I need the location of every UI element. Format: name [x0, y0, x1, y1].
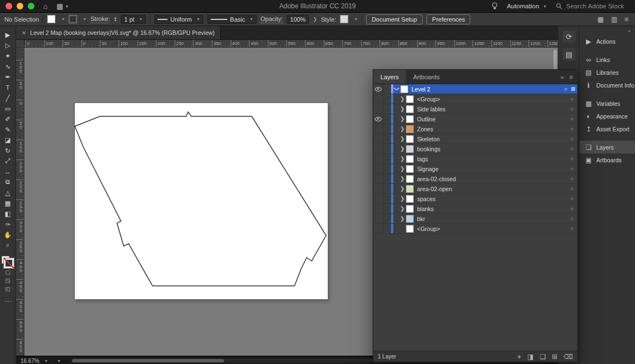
layer-target-icon[interactable]: ○: [566, 166, 577, 172]
opacity-options-chevron[interactable]: ❯: [313, 17, 317, 22]
layer-lock-toggle[interactable]: [383, 134, 391, 143]
search-input[interactable]: [565, 2, 629, 10]
layer-visibility-toggle[interactable]: [373, 124, 383, 134]
layer-row[interactable]: ❯Level 2○: [373, 84, 577, 94]
chevron-down-icon[interactable]: ▼: [61, 17, 65, 21]
stock-search[interactable]: [556, 2, 629, 10]
layer-target-icon[interactable]: ○: [566, 136, 577, 142]
layer-visibility-toggle[interactable]: [373, 204, 383, 213]
layer-target-icon[interactable]: ○: [566, 225, 577, 232]
layer-lock-toggle[interactable]: [383, 94, 391, 104]
workspace-switcher[interactable]: Automation ▼: [507, 3, 547, 9]
apps-grid-icon[interactable]: ▦▼: [57, 2, 69, 11]
artboard[interactable]: [75, 103, 328, 299]
perspective-grid-tool[interactable]: △: [0, 187, 16, 198]
layer-lock-toggle[interactable]: [383, 214, 391, 223]
width-profile-dropdown[interactable]: Uniform ▼: [154, 15, 203, 24]
layer-expand-chevron[interactable]: ❯: [399, 96, 406, 102]
dock-item-actions[interactable]: ▶Actions: [580, 35, 635, 48]
layer-row-content[interactable]: ❯area-02-open○: [391, 184, 577, 193]
layer-expand-chevron[interactable]: ❯: [399, 106, 406, 112]
layer-lock-toggle[interactable]: [383, 144, 391, 153]
ruler-origin-corner[interactable]: [16, 40, 24, 48]
paintbrush-tool[interactable]: ✐: [0, 114, 16, 124]
workspace-switcher-icon[interactable]: ▥: [611, 16, 617, 23]
layer-row[interactable]: ❯Side lables○: [373, 104, 577, 114]
delete-selection-icon[interactable]: ⌫: [563, 353, 573, 361]
document-panel-icon[interactable]: ▤: [562, 48, 576, 60]
home-icon[interactable]: ⌂: [43, 2, 48, 11]
layer-lock-toggle[interactable]: [383, 174, 391, 183]
dock-item-appearance[interactable]: ◐Appearance: [580, 110, 635, 122]
layer-target-icon[interactable]: ○: [566, 186, 577, 192]
layer-visibility-toggle[interactable]: [373, 154, 383, 163]
pen-tool[interactable]: ✒: [0, 71, 16, 82]
layer-visibility-toggle[interactable]: [373, 184, 383, 193]
layer-target-icon[interactable]: ○: [566, 116, 577, 122]
layer-row[interactable]: ❯area-02-open○: [373, 184, 577, 194]
sync-panel-icon[interactable]: ⟳: [562, 30, 576, 43]
document-tab[interactable]: ✕ Level 2 Map (booking overlays)V6.svg* …: [16, 26, 221, 39]
stroke-weight-label[interactable]: Stroke:: [90, 16, 110, 23]
dock-item-artboards[interactable]: ▣Artboards: [580, 153, 635, 166]
magic-wand-tool[interactable]: ✦: [0, 50, 16, 61]
mesh-tool[interactable]: ▦: [0, 198, 16, 208]
edit-toolbar-icon[interactable]: ⋯: [4, 298, 11, 305]
chevron-down-icon[interactable]: ▼: [83, 17, 87, 21]
layer-expand-chevron[interactable]: ❯: [399, 116, 406, 122]
layer-lock-toggle[interactable]: [383, 224, 391, 233]
layer-visibility-toggle[interactable]: [373, 94, 383, 104]
layer-expand-chevron[interactable]: ❯: [399, 176, 406, 182]
layer-row[interactable]: ❯Outline○: [373, 114, 577, 124]
layer-visibility-toggle[interactable]: [373, 174, 383, 183]
new-sublayer-icon[interactable]: ❏: [540, 353, 546, 361]
pencil-tool[interactable]: ✎: [0, 124, 16, 135]
layer-row-content[interactable]: ❯Skeleton○: [391, 134, 577, 143]
horizontal-ruler[interactable]: 0100500501001502002503003504004505005506…: [24, 40, 558, 48]
line-segment-tool[interactable]: ╱: [0, 93, 16, 103]
stroke-weight-stepper[interactable]: ▲▼: [114, 17, 117, 22]
dock-item-document-info[interactable]: ℹDocument Info: [580, 79, 635, 91]
layer-row[interactable]: ❯Zones○: [373, 124, 577, 134]
panel-menu-icon[interactable]: ≡: [570, 74, 573, 80]
layer-visibility-toggle[interactable]: [373, 214, 383, 223]
layer-row[interactable]: ❯bookings○: [373, 144, 577, 154]
layer-row-content[interactable]: ❯tags○: [391, 154, 577, 163]
layer-row-content[interactable]: ❯Level 2○: [391, 84, 577, 94]
locate-object-icon[interactable]: ⌖: [517, 353, 521, 361]
layer-row-content[interactable]: ❯area-02-closed○: [391, 174, 577, 183]
scale-tool[interactable]: ⤢: [0, 156, 16, 166]
layer-row-content[interactable]: ❯blanks○: [391, 204, 577, 213]
stroke-weight-field[interactable]: 1 pt ▼: [121, 15, 146, 24]
layer-target-icon[interactable]: ○: [560, 86, 571, 92]
layer-visibility-toggle[interactable]: [373, 144, 383, 153]
document-setup-button[interactable]: Document Setup: [366, 14, 423, 24]
layer-expand-chevron[interactable]: ❯: [399, 126, 406, 132]
minimize-window-button[interactable]: [17, 3, 23, 9]
close-window-button[interactable]: [6, 3, 12, 9]
layer-row-content[interactable]: ❯bookings○: [391, 144, 577, 153]
eraser-tool[interactable]: ◪: [0, 135, 16, 145]
stepper-down-icon[interactable]: ▼: [114, 19, 117, 22]
layer-row-content[interactable]: ❯Signage○: [391, 164, 577, 173]
brush-definition-dropdown[interactable]: Basic ▼: [207, 15, 257, 24]
panel-menu-icon[interactable]: ≡: [624, 16, 628, 23]
layer-expand-chevron[interactable]: ❯: [399, 136, 406, 142]
layer-expand-chevron[interactable]: ❯: [399, 196, 406, 202]
type-tool[interactable]: T: [0, 82, 16, 93]
rotate-tool[interactable]: ↻: [0, 145, 16, 156]
gradient-tool[interactable]: ◧: [0, 208, 16, 219]
layer-lock-toggle[interactable]: [383, 114, 391, 124]
stroke-color-swatch[interactable]: [69, 15, 77, 23]
layer-lock-toggle[interactable]: [383, 104, 391, 114]
zoom-level[interactable]: 16.67%: [21, 358, 39, 364]
new-layer-icon[interactable]: ⊞: [552, 353, 557, 361]
layer-visibility-toggle[interactable]: [373, 114, 383, 124]
layer-row-content[interactable]: ❯<Group>○: [391, 224, 577, 233]
layer-target-icon[interactable]: ○: [566, 176, 577, 182]
lightbulb-icon[interactable]: [491, 2, 498, 10]
arrange-documents-icon[interactable]: ▦: [597, 16, 603, 23]
layer-visibility-toggle[interactable]: [373, 194, 383, 203]
layer-visibility-toggle[interactable]: [373, 164, 383, 173]
direct-selection-tool[interactable]: ▷: [0, 40, 16, 50]
